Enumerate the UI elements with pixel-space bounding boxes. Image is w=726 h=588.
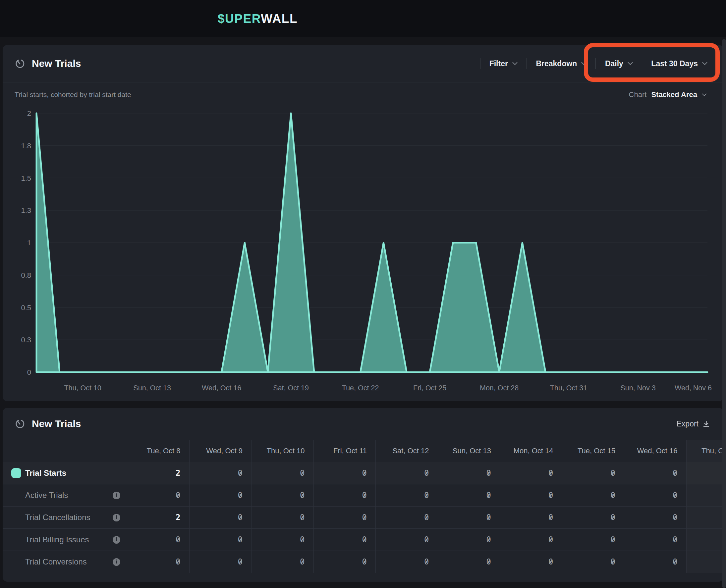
y-axis-label: 1.8: [21, 142, 31, 150]
column-header: Wed, Oct 16: [624, 440, 686, 462]
download-icon: [703, 420, 709, 427]
table-cell: 0: [500, 529, 562, 551]
superwall-logo[interactable]: $UPERWALL: [218, 12, 298, 26]
cell-value: 2: [176, 513, 180, 522]
column-header: Tue, Oct 15: [562, 440, 624, 462]
cell-value: 0: [300, 558, 304, 566]
x-axis-label: Wed, Nov 6: [674, 384, 712, 392]
cell-value: 0: [486, 558, 491, 566]
table-cell: 0: [376, 529, 438, 551]
table-cell: 0: [251, 484, 314, 506]
y-axis-label: 1.3: [21, 206, 31, 214]
chart-subtitle: Trial starts, cohorted by trial start da…: [15, 91, 131, 99]
chart-controls: Filter Breakdown Daily Last 30 Days: [480, 58, 711, 69]
chart-type-dropdown[interactable]: Chart Stacked Area: [629, 90, 707, 99]
chevron-down-icon: [581, 62, 586, 65]
table-row: Trial Billing Issuesi000000000: [3, 528, 723, 551]
table-panel-header: New Trials Export: [3, 408, 723, 440]
table-cell: 0: [127, 529, 189, 551]
top-navigation-bar: $UPERWALL: [0, 0, 726, 37]
table-row: Trial Cancellationsi200000000: [3, 506, 723, 528]
cell-value: 0: [300, 469, 304, 477]
chart-panel-title-group: New Trials: [15, 58, 81, 69]
panel-title: New Trials: [32, 418, 81, 429]
info-icon[interactable]: i: [113, 536, 120, 544]
table-cell: 0: [438, 507, 500, 528]
column-header: Tue, Oct 8: [127, 440, 189, 462]
table-cell: 0: [624, 484, 686, 506]
filter-dropdown[interactable]: Filter: [489, 59, 518, 68]
granularity-dropdown[interactable]: Daily: [605, 59, 633, 68]
table-cell: 0: [189, 529, 251, 551]
table-cell: 0: [127, 484, 189, 506]
export-button[interactable]: Export: [677, 419, 711, 428]
table-cell: 0: [562, 507, 624, 528]
row-label: Trial Billing Issues: [25, 535, 89, 544]
cell-value: 0: [611, 536, 615, 544]
table-cell: 0: [500, 551, 562, 573]
table-cell: 0: [251, 529, 314, 551]
column-header: Sat, Oct 12: [376, 440, 438, 462]
date-range-dropdown[interactable]: Last 30 Days: [651, 59, 707, 68]
x-axis-label: Thu, Oct 31: [550, 384, 587, 392]
breakdown-label: Breakdown: [536, 59, 577, 68]
info-icon[interactable]: i: [113, 492, 120, 499]
cell-value: 0: [673, 513, 677, 522]
divider: [480, 58, 481, 69]
y-axis-label: 2: [27, 109, 31, 118]
x-axis-label: Fri, Oct 25: [413, 384, 446, 392]
cell-value: 0: [673, 491, 677, 499]
cell-value: 0: [611, 513, 615, 522]
cell-value: 0: [238, 536, 243, 544]
chevron-down-icon: [512, 62, 518, 65]
y-axis-label: 0: [27, 368, 31, 376]
chevron-down-icon: [702, 62, 707, 65]
chevron-down-icon: [628, 62, 633, 65]
cell-value: 0: [673, 469, 677, 477]
table-cell: 0: [189, 462, 251, 484]
cell-value: 0: [362, 513, 367, 522]
row-label-cell: Active Trialsi: [3, 484, 127, 506]
new-trials-table-panel: New Trials Export Tue, Oct 8Wed, Oct 9Th…: [3, 408, 723, 582]
series-color-swatch: [11, 468, 21, 478]
table-cell: 0: [562, 551, 624, 573]
row-label: Trial Starts: [25, 468, 66, 478]
table-cell: 0: [624, 507, 686, 528]
cell-value: 0: [611, 558, 615, 566]
cell-value: 0: [362, 469, 367, 477]
chart-type-caption: Chart: [629, 90, 647, 99]
column-header: Thu, Oct 17: [686, 440, 724, 462]
cell-value: 0: [300, 536, 304, 544]
table-cell: 0: [376, 507, 438, 528]
x-axis-label: Sat, Oct 19: [273, 384, 309, 392]
row-label: Active Trials: [25, 491, 68, 500]
table-cell: 0: [562, 484, 624, 506]
table-cell: [686, 529, 724, 551]
info-icon[interactable]: i: [113, 558, 120, 566]
cell-value: 0: [362, 491, 367, 499]
table-cell: [686, 462, 724, 484]
table-header-row: Tue, Oct 8Wed, Oct 9Thu, Oct 10Fri, Oct …: [3, 440, 723, 462]
cell-value: 0: [362, 558, 367, 566]
x-axis-label: Wed, Oct 16: [202, 384, 241, 392]
info-icon[interactable]: i: [113, 514, 120, 522]
table-cell: 0: [314, 484, 376, 506]
table-cell: 0: [438, 484, 500, 506]
cell-value: 0: [238, 491, 243, 499]
table-cell: 0: [624, 551, 686, 573]
date-range-label: Last 30 Days: [651, 59, 698, 68]
chart-type-value: Stacked Area: [651, 90, 697, 99]
row-label-cell: Trial Conversionsi: [3, 551, 127, 573]
y-axis-label: 0.8: [21, 271, 31, 279]
breakdown-dropdown[interactable]: Breakdown: [536, 59, 586, 68]
cell-value: 0: [176, 536, 180, 544]
stopwatch-icon: [15, 58, 25, 69]
table-cell: 0: [314, 462, 376, 484]
granularity-label: Daily: [605, 59, 623, 68]
logo-text-secondary: WALL: [261, 12, 298, 25]
table-header-spacer: [3, 440, 127, 462]
cell-value: 0: [424, 469, 429, 477]
table-cell: 0: [376, 462, 438, 484]
y-axis-label: 0.5: [21, 303, 31, 312]
table-cell: 0: [251, 462, 314, 484]
